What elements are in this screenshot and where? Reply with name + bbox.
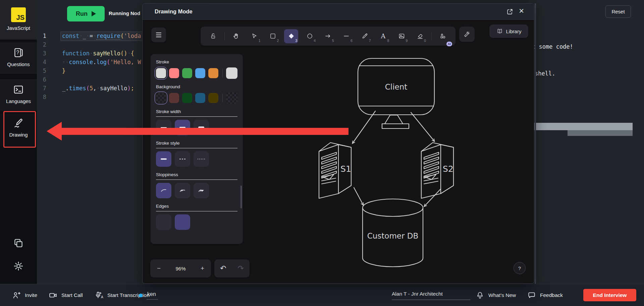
swatch-divider — [222, 94, 223, 102]
arrow-client-s1[interactable] — [353, 111, 375, 143]
code-text: ··console.log('Hello, W — [51, 58, 141, 66]
sidebar-item-label: Questions — [7, 61, 30, 67]
tool-eraser[interactable]: 0 — [413, 29, 427, 43]
stroke-style-dashed-button[interactable] — [175, 151, 190, 167]
stroke-style-section-label: Stroke style — [156, 141, 237, 148]
invite-button[interactable]: Invite — [12, 284, 37, 306]
menu-button[interactable] — [151, 28, 166, 42]
line-number: 7 — [37, 84, 51, 93]
pencil-icon — [361, 33, 368, 40]
modal-title: Drawing Mode — [155, 8, 193, 15]
play-icon — [92, 11, 96, 16]
app-root: Reset t some code! shell. Run Running No… — [0, 0, 644, 306]
zoom-in-button[interactable]: + — [201, 265, 204, 272]
background-swatch-2[interactable] — [169, 93, 179, 103]
tool-line[interactable]: 6 — [339, 29, 354, 43]
background-swatch-4[interactable] — [195, 93, 205, 103]
sidebar-item-questions[interactable]: ? Questions — [0, 42, 37, 74]
sidebar-item-javascript[interactable]: JS JavaScript — [0, 0, 37, 40]
undo-button[interactable]: ↶ — [220, 264, 226, 273]
zoom-out-button[interactable]: − — [157, 265, 161, 272]
panel-scrollbar-thumb[interactable] — [240, 186, 242, 208]
presence-name: ken — [147, 291, 158, 300]
rectangle-icon — [269, 33, 276, 40]
line-number: 5 — [37, 66, 51, 75]
presence-user[interactable]: ken — [139, 284, 158, 306]
solid-line-icon — [161, 158, 167, 160]
swatch-divider — [222, 69, 223, 78]
open-external-icon[interactable] — [506, 8, 514, 15]
zoom-controls: − 96% + — [150, 259, 211, 277]
help-button[interactable]: ? — [514, 262, 526, 274]
tool-image[interactable]: 9 — [394, 29, 409, 43]
sidebar-item-languages[interactable]: Languages — [0, 79, 37, 111]
tool-hand[interactable] — [229, 29, 243, 43]
tool-ellipse[interactable]: 4 — [303, 29, 317, 43]
zoom-level[interactable]: 96% — [175, 266, 185, 271]
arrow-s2-db[interactable] — [424, 189, 440, 206]
reset-button[interactable]: Reset — [605, 5, 631, 18]
tool-lock[interactable] — [206, 29, 220, 43]
stroke-swatch-3[interactable] — [182, 68, 192, 78]
stroke-swatch-5[interactable] — [208, 68, 218, 78]
sidebar-item-drawing[interactable]: Drawing — [0, 113, 37, 146]
run-button[interactable]: Run — [67, 6, 105, 21]
stroke-swatch-1[interactable] — [156, 68, 166, 78]
background-swatch-3[interactable] — [182, 93, 192, 103]
terminal-icon — [13, 84, 24, 95]
edges-sharp-button[interactable] — [156, 214, 171, 230]
pane-scrollbar[interactable] — [535, 3, 536, 284]
arrow-client-s2[interactable] — [411, 112, 434, 141]
redo-button[interactable]: ↷ — [238, 264, 244, 273]
ellipse-icon — [306, 33, 313, 40]
sloppiness-cartoonist-button[interactable] — [194, 183, 209, 198]
background-section-label: Background — [156, 84, 237, 89]
edges-options — [156, 214, 237, 230]
edges-round-button[interactable] — [175, 214, 190, 230]
svg-text:A: A — [101, 295, 103, 299]
bell-icon — [476, 291, 484, 300]
background-swatch-5[interactable] — [208, 93, 218, 103]
tool-diamond[interactable]: 3 — [284, 29, 298, 43]
sloppiness-architect-button[interactable] — [156, 183, 171, 198]
arrow-icon — [324, 33, 331, 40]
stroke-style-options — [156, 151, 237, 167]
close-icon[interactable]: × — [519, 6, 524, 16]
line-number: 4 — [37, 58, 51, 66]
stroke-style-dotted-button[interactable] — [194, 151, 209, 167]
background-current-swatch[interactable] — [226, 92, 237, 104]
stroke-section-label: Stroke — [156, 59, 237, 64]
arrow-s1-db[interactable] — [354, 188, 363, 205]
magic-wand-button[interactable] — [459, 27, 475, 42]
tool-rectangle[interactable]: 2 — [266, 29, 280, 43]
bottom-bar: Invite Start Call A Start Transcription … — [0, 284, 644, 306]
settings-gear-icon[interactable] — [13, 260, 24, 272]
stroke-style-solid-button[interactable] — [156, 151, 171, 167]
drawing-mode-modal: Drawing Mode × — [142, 3, 534, 284]
copy-icon[interactable] — [13, 238, 24, 249]
client-monitor-shape[interactable] — [358, 58, 434, 129]
stroke-swatch-2[interactable] — [169, 68, 179, 78]
library-button[interactable]: Library — [489, 24, 528, 38]
tool-draw[interactable]: 7 — [358, 29, 372, 43]
end-interview-button[interactable]: End Interview — [583, 289, 636, 301]
background-swatch-transparent[interactable] — [156, 93, 166, 103]
stroke-swatch-4[interactable] — [195, 68, 205, 78]
stroke-current-swatch[interactable] — [226, 67, 237, 79]
code-text: _.times(5,·sayHello); — [51, 84, 134, 93]
start-call-button[interactable]: Start Call — [49, 284, 83, 306]
tool-text[interactable]: A 8 — [376, 29, 390, 43]
tool-shapes[interactable]: AI — [436, 29, 450, 43]
sidebar-item-label: Languages — [6, 98, 31, 104]
running-status-text: Running Nod — [109, 10, 140, 16]
feedback-button[interactable]: Feedback — [527, 284, 563, 306]
whats-new-button[interactable]: What's New — [476, 284, 516, 306]
sloppiness-artist-button[interactable] — [175, 183, 190, 198]
drawing-toolbar: 1 2 3 4 5 6 7 — [201, 27, 455, 46]
diamond-icon — [288, 33, 295, 40]
magic-wand-icon — [463, 31, 471, 38]
interview-title-input[interactable]: Alan T - Jnr Architecht — [392, 291, 470, 300]
tool-arrow[interactable]: 5 — [321, 29, 335, 43]
lock-open-icon — [210, 33, 217, 40]
tool-selection[interactable]: 1 — [248, 29, 262, 43]
